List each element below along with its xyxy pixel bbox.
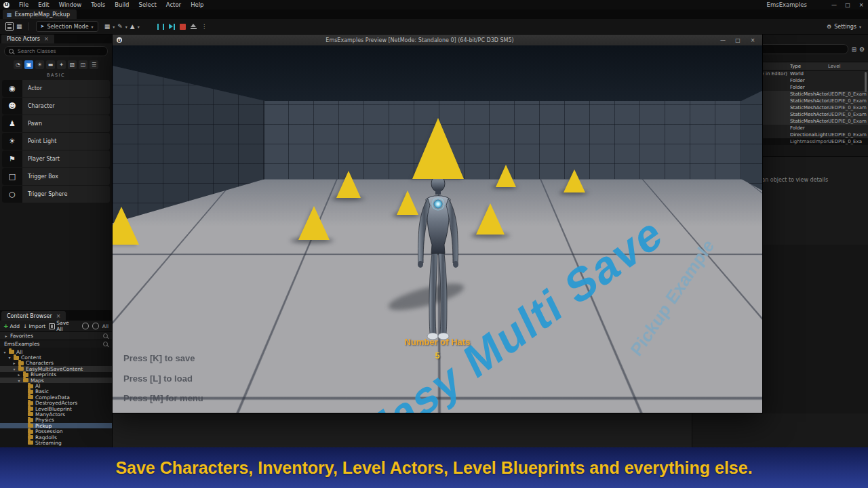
- menu-bar: U File Edit Window Tools Build Select Ac…: [0, 0, 868, 9]
- tree-item-physics[interactable]: Physics: [0, 418, 112, 423]
- menu-window[interactable]: Window: [54, 1, 87, 8]
- pause-icon[interactable]: [157, 24, 164, 30]
- unreal-logo-icon[interactable]: U: [3, 2, 9, 8]
- save-icon[interactable]: [5, 22, 14, 30]
- level-tab-bar: ▦ ExampleMap_Pickup: [0, 9, 868, 19]
- landscape-icon[interactable]: ▲: [127, 23, 138, 30]
- folder-icon: [9, 350, 14, 354]
- recent-category-icon[interactable]: ◔: [14, 60, 22, 69]
- tree-item-ai[interactable]: AI: [0, 383, 112, 388]
- place-actors-tab[interactable]: Place Actors ×: [1, 34, 54, 43]
- place-actors-tab-label: Place Actors: [7, 36, 40, 42]
- selection-mode-label: Selection Mode: [47, 24, 88, 30]
- tree-item-manyactors[interactable]: ManyActors: [0, 411, 112, 417]
- all-filter-label[interactable]: All: [102, 323, 108, 329]
- minimize-button[interactable]: —: [827, 2, 841, 8]
- place-item-actor[interactable]: ◉ Actor: [2, 80, 110, 97]
- tree-item-maps[interactable]: ▾Maps: [0, 378, 112, 383]
- import-icon: ↓: [23, 323, 27, 329]
- pickup-cone: [476, 203, 505, 235]
- place-item-trigger-sphere[interactable]: ○ Trigger Sphere: [2, 186, 110, 203]
- content-browser-tab[interactable]: Content Browser ×: [1, 311, 66, 321]
- hud-hats-label: Number of Hats: [113, 337, 762, 347]
- folder-icon: [28, 384, 33, 388]
- import-label: Import: [28, 323, 45, 329]
- folder-icon: [18, 361, 24, 365]
- more-options-icon[interactable]: ⋮: [201, 23, 208, 30]
- search-icon[interactable]: [103, 333, 108, 338]
- maximize-button[interactable]: □: [732, 37, 743, 43]
- favorites-row[interactable]: ▸ Favorites: [0, 331, 112, 340]
- type-column-header[interactable]: Type: [790, 64, 828, 69]
- effects-category-icon[interactable]: ✦: [57, 60, 66, 69]
- place-item-label: Point Light: [22, 138, 56, 144]
- place-item-label: Trigger Sphere: [22, 191, 67, 197]
- scrollbar[interactable]: [865, 72, 867, 92]
- save-all-button[interactable]: Save All: [49, 320, 75, 332]
- chevron-down-icon: ▾: [138, 24, 140, 29]
- level-column-header[interactable]: Level: [828, 64, 868, 69]
- stop-icon[interactable]: [180, 24, 186, 30]
- save-icon: [49, 323, 55, 329]
- place-item-pawn[interactable]: ♟ Pawn: [2, 115, 110, 132]
- level-tab[interactable]: ▦ ExampleMap_Pickup: [3, 9, 77, 19]
- lights-category-icon[interactable]: ☀: [35, 60, 44, 69]
- maximize-button[interactable]: □: [841, 2, 854, 8]
- volumes-category-icon[interactable]: ◫: [79, 60, 87, 69]
- details-area: [692, 413, 868, 447]
- all-classes-category-icon[interactable]: ☰: [90, 60, 98, 69]
- place-item-trigger-box[interactable]: □ Trigger Box: [2, 168, 110, 185]
- tree-item-blueprints[interactable]: ▸Blueprints: [0, 372, 112, 378]
- settings-dropdown[interactable]: ⚙ Settings ▾: [827, 24, 861, 30]
- menu-edit[interactable]: Edit: [33, 1, 54, 8]
- window-title: EmsExamples: [767, 1, 807, 8]
- add-folder-icon[interactable]: ⊞: [851, 46, 856, 53]
- tree-item-streaming[interactable]: Streaming: [0, 440, 112, 445]
- back-icon[interactable]: [82, 323, 89, 329]
- close-button[interactable]: ×: [747, 37, 758, 43]
- game-viewport[interactable]: Easy Multi Save Pickup Example: [113, 45, 762, 413]
- selection-mode-dropdown[interactable]: ➤ Selection Mode ▾: [36, 21, 98, 32]
- hud-help-text: Press [K] to save Press [L] to load Pres…: [123, 348, 203, 409]
- source-row[interactable]: EmsExamples: [0, 340, 112, 348]
- search-classes-input[interactable]: [16, 47, 103, 55]
- import-button[interactable]: ↓ Import: [23, 323, 45, 329]
- menu-build[interactable]: Build: [110, 1, 134, 8]
- menu-actor[interactable]: Actor: [161, 1, 186, 8]
- frame-step-icon[interactable]: [169, 24, 175, 30]
- folder-icon: [23, 378, 28, 382]
- place-item-label: Trigger Box: [22, 174, 58, 180]
- close-icon[interactable]: ×: [44, 36, 49, 42]
- gear-icon[interactable]: ⚙: [859, 46, 865, 53]
- hud-hats-count: 5: [113, 350, 762, 361]
- folder-icon: [28, 412, 33, 416]
- pickup-cone: [564, 169, 585, 192]
- close-button[interactable]: ×: [854, 2, 868, 8]
- tree-item-content[interactable]: ▾Content: [0, 354, 112, 360]
- menu-tools[interactable]: Tools: [86, 1, 110, 8]
- place-item-character[interactable]: ☻ Character: [2, 98, 110, 115]
- chevron-down-icon: ▾: [859, 24, 861, 29]
- place-item-player-start[interactable]: ⚑ Player Start: [2, 150, 110, 167]
- basic-category-icon[interactable]: ▣: [24, 60, 33, 69]
- menu-file[interactable]: File: [14, 1, 33, 8]
- pickup-cone: [298, 206, 330, 240]
- place-item-point-light[interactable]: ☀ Point Light: [2, 133, 110, 150]
- play-controls: ⋮: [157, 23, 208, 30]
- add-button[interactable]: + Add: [3, 323, 20, 329]
- create-icon[interactable]: ▦: [102, 23, 113, 30]
- cinematic-category-icon[interactable]: ▬: [46, 60, 55, 69]
- geometry-category-icon[interactable]: ▧: [68, 60, 77, 69]
- close-icon[interactable]: ×: [56, 313, 61, 319]
- preview-title-bar[interactable]: U EmsExamples Preview [NetMode: Standalo…: [113, 35, 762, 45]
- tree-item-all[interactable]: ▾All: [0, 349, 112, 354]
- modes-icon[interactable]: ▦: [14, 23, 25, 30]
- search-classes-box: [4, 46, 108, 56]
- minimize-button[interactable]: —: [717, 37, 728, 43]
- paint-icon[interactable]: ✎: [115, 23, 125, 30]
- forward-icon[interactable]: [92, 323, 99, 329]
- search-icon[interactable]: [103, 342, 108, 346]
- menu-select[interactable]: Select: [134, 1, 161, 8]
- menu-help[interactable]: Help: [186, 1, 208, 8]
- eject-icon[interactable]: [191, 24, 197, 29]
